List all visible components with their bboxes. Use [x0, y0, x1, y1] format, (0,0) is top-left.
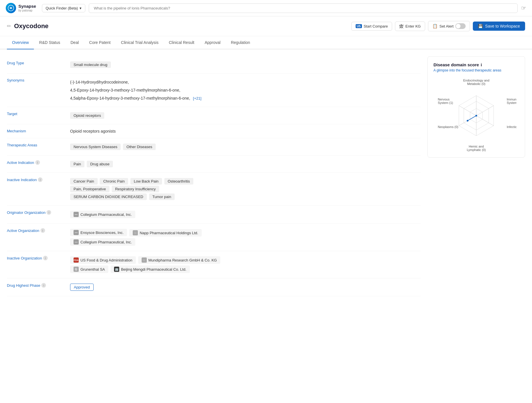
svg-line-19 [459, 106, 476, 116]
active-indication-info-icon[interactable]: i [35, 160, 40, 165]
active-indication-row: Active Indication i Pain Drug abuse [7, 156, 421, 173]
radar-chart: Endocrinology and Metabolic (0) Immune S… [436, 77, 516, 152]
originator-org-label: Originator Organization i [7, 210, 64, 215]
drug-highest-phase-row: Drug Highest Phase i Approved [7, 278, 421, 296]
mechanism-label: Mechanism [7, 129, 64, 133]
compare-icon: U5 [356, 24, 362, 28]
originator-org-0: — Collegium Pharmaceutical, Inc. [70, 211, 135, 218]
inactive-org-0: FDA US Food & Drug Administration [70, 256, 136, 264]
inactive-indication-3: Osteoarthritis [164, 178, 193, 185]
svg-text:Nervous: Nervous [438, 98, 450, 101]
compare-label: Start Compare [364, 24, 388, 28]
enter-kg-label: Enter KG [405, 24, 421, 28]
active-org-0: — Ensysce Biosciences, Inc. [70, 229, 127, 236]
disease-domain-info-icon[interactable]: i [481, 62, 482, 67]
inactive-indication-4: Pain, Postoperative [70, 186, 109, 192]
active-org-1: □ Napp Pharmaceutical Holdings Ltd. [129, 229, 202, 237]
inactive-indication-0: Cancer Pain [70, 178, 98, 185]
svg-marker-20 [468, 116, 476, 121]
originator-org-row: Originator Organization i — Collegium Ph… [7, 206, 421, 224]
active-org-info-icon[interactable]: i [41, 228, 45, 233]
tab-rd-status[interactable]: R&D Status [34, 36, 65, 49]
inactive-org-info-icon[interactable]: i [43, 256, 48, 260]
target-tag: Opioid receptors [70, 112, 104, 119]
disease-domain-title: Disease domain score i [433, 62, 519, 67]
originator-org-info-icon[interactable]: i [47, 210, 51, 215]
inactive-org-icon-2: G [74, 267, 79, 272]
search-input[interactable] [89, 3, 518, 13]
therapeutic-areas-label: Therapeutic Areas [7, 143, 64, 147]
synonyms-value: (-)-14-Hydroxydihydrocodeinone, 4,5-Epox… [70, 78, 421, 102]
disease-domain-subtitle: A glimpse into the focused therapeutic a… [433, 68, 519, 72]
svg-text:Infectious (0): Infectious (0) [507, 125, 516, 129]
tab-overview[interactable]: Overview [7, 36, 34, 49]
drug-type-label: Drug Type [7, 61, 64, 65]
logo-icon [6, 3, 16, 13]
svg-text:Metabolic (0): Metabolic (0) [467, 82, 485, 86]
svg-text:Hemic and: Hemic and [469, 145, 484, 148]
inactive-org-icon-3: 🏢 [114, 267, 119, 272]
inactive-org-icon-0: FDA [74, 257, 79, 263]
inactive-indication-7: Tumor pain [149, 193, 175, 200]
set-alert-wrapper: 📋 Set Alert [428, 21, 470, 31]
tab-deal[interactable]: Deal [65, 36, 84, 49]
radar-chart-container: Endocrinology and Metabolic (0) Immune S… [433, 77, 519, 152]
svg-text:System (1): System (1) [438, 101, 453, 104]
svg-text:Neoplasms (0): Neoplasms (0) [438, 125, 458, 129]
target-label: Target [7, 112, 64, 116]
inactive-org-3: 🏢 Beijing Mengdi Pharmaceutical Co. Ltd. [111, 266, 190, 273]
inactive-org-row: Inactive Organization i FDA US Food & Dr… [7, 251, 421, 278]
drug-highest-phase-info-icon[interactable]: i [41, 283, 46, 288]
tab-core-patent[interactable]: Core Patent [84, 36, 116, 49]
enter-kg-button[interactable]: 🕸 Enter KG [395, 22, 425, 31]
header-actions: U5 Start Compare 🕸 Enter KG 📋 Set Alert … [351, 21, 525, 31]
svg-point-22 [467, 120, 469, 122]
mechanism-row: Mechanism Opioid receptors agonists [7, 124, 421, 138]
drug-type-tag: Small molecule drug [70, 61, 111, 68]
inactive-org-2: G Grunenthal SA [70, 266, 108, 273]
active-org-row: Active Organization i — Ensysce Bioscien… [7, 224, 421, 251]
target-value: Opioid receptors [70, 112, 421, 119]
inactive-org-label: Inactive Organization i [7, 256, 64, 260]
inactive-org-value: FDA US Food & Drug Administration □ Mund… [70, 256, 421, 274]
drug-highest-phase-value: Approved [70, 283, 421, 291]
tab-regulation[interactable]: Regulation [226, 36, 255, 49]
therapeutic-area-0: Nervous System Diseases [70, 144, 121, 150]
disease-domain-card: Disease domain score i A glimpse into th… [427, 56, 525, 158]
tab-clinical-trial-analysis[interactable]: Clinical Trial Analysis [116, 36, 164, 49]
search-dropdown-label: Quick Finder (Beta) [46, 6, 78, 10]
top-bar: Synapse by patsnap Quick Finder (Beta) ▾… [0, 0, 532, 16]
start-compare-button[interactable]: U5 Start Compare [351, 22, 392, 31]
active-indication-value: Pain Drug abuse [70, 160, 421, 168]
cursor-icon: ☞ [521, 5, 526, 11]
synonyms-more-link[interactable]: [+21] [193, 96, 201, 100]
svg-text:Immune: Immune [507, 98, 516, 101]
inactive-indication-info-icon[interactable]: i [38, 177, 43, 182]
active-indication-1: Drug abuse [87, 161, 113, 167]
svg-point-21 [475, 115, 477, 117]
active-indication-0: Pain [70, 161, 84, 167]
alert-toggle[interactable] [455, 23, 466, 29]
therapeutic-area-1: Other Diseases [123, 144, 156, 150]
drug-type-row: Drug Type Small molecule drug [7, 56, 421, 73]
kg-icon: 🕸 [399, 24, 404, 29]
therapeutic-areas-row: Therapeutic Areas Nervous System Disease… [7, 138, 421, 156]
save-workspace-button[interactable]: 💾 Save to Workspace [473, 22, 525, 31]
drug-icon: ✏ [7, 23, 11, 29]
main-content: Drug Type Small molecule drug Synonyms (… [0, 49, 532, 303]
search-dropdown[interactable]: Quick Finder (Beta) ▾ [42, 4, 86, 12]
brand-name: Synapse [18, 4, 36, 9]
tab-approval[interactable]: Approval [199, 36, 225, 49]
inactive-indication-1: Chronic Pain [100, 178, 128, 185]
drug-highest-phase-label: Drug Highest Phase i [7, 283, 64, 288]
inactive-indication-row: Inactive Indication i Cancer Pain Chroni… [7, 173, 421, 206]
target-row: Target Opioid receptors [7, 107, 421, 124]
brand-sub: by patsnap [18, 9, 36, 12]
inactive-indication-value: Cancer Pain Chronic Pain Low Back Pain O… [70, 177, 421, 201]
tab-clinical-result[interactable]: Clinical Result [164, 36, 200, 49]
synonyms-label: Synonyms [7, 78, 64, 82]
inactive-indication-2: Low Back Pain [130, 178, 162, 185]
svg-line-16 [476, 116, 494, 126]
drug-highest-phase-tag: Approved [70, 284, 94, 291]
mechanism-value: Opioid receptors agonists [70, 129, 421, 133]
